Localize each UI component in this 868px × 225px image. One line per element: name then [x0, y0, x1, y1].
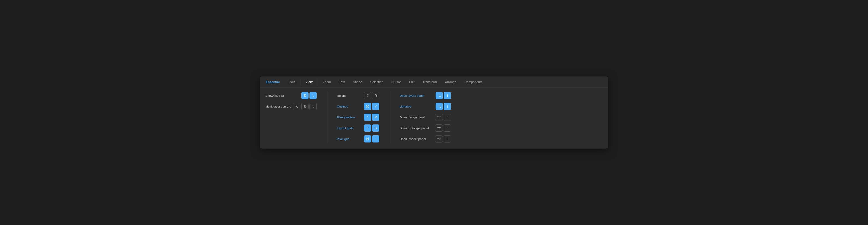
tab-bar: Essential Tools View Zoom Text Shape Sel… [260, 76, 608, 88]
key-9-prototype: 9 [444, 124, 451, 132]
keys-pixel-preview: ^ P [364, 114, 379, 121]
tab-cursor[interactable]: Cursor [387, 78, 405, 86]
tab-transform[interactable]: Transform [418, 78, 441, 86]
key-opt-layers: ⌥ [436, 92, 443, 99]
key-cmd-outlines: ⌘ [364, 103, 371, 110]
keys-layers-panel: ⌥ 1 [436, 92, 451, 99]
tab-shape[interactable]: Shape [349, 78, 366, 86]
row-rulers: Rulers ⇧ R [337, 91, 379, 100]
label-layout-grids: Layout grids [337, 126, 362, 130]
row-libraries: Libraries ⌥ 2 [399, 102, 451, 111]
label-pixel-grid: Pixel grid [337, 137, 362, 141]
row-show-hide-ui: Show/Hide UI ⌘ \ [266, 91, 317, 100]
tab-essential[interactable]: Essential [262, 78, 284, 86]
key-cmd-2: ⌘ [301, 103, 309, 110]
keys-show-hide-ui: ⌘ \ [301, 92, 317, 99]
key-y-outlines: Y [372, 103, 379, 110]
keys-multiplayer-cursors: ⌥ ⌘ \ [293, 103, 317, 110]
col-view-options: Rulers ⇧ R Outlines ⌘ Y Pixel preview ^ [330, 91, 388, 143]
key-0-inspect: 0 [444, 135, 451, 143]
tab-zoom[interactable]: Zoom [319, 78, 335, 86]
key-opt-libraries: ⌥ [436, 103, 443, 110]
key-opt-design: ⌥ [435, 114, 443, 121]
key-1-layers: 1 [444, 92, 451, 99]
row-design-panel: Open design panel ⌥ 8 [399, 113, 451, 121]
keys-outlines: ⌘ Y [364, 103, 379, 110]
row-prototype-panel: Open prototype panel ⌥ 9 [399, 124, 451, 132]
row-layout-grids: Layout grids ^ G [337, 124, 379, 132]
tab-view[interactable]: View [301, 78, 317, 86]
row-pixel-grid: Pixel grid ⌘ ' [337, 135, 379, 143]
keys-inspect-panel: ⌥ 0 [435, 135, 451, 143]
row-outlines: Outlines ⌘ Y [337, 102, 379, 111]
label-libraries: Libraries [399, 105, 434, 108]
tab-tools[interactable]: Tools [284, 78, 299, 86]
key-opt-inspect: ⌥ [435, 135, 443, 143]
label-inspect-panel: Open inspect panel [399, 137, 433, 141]
label-outlines: Outlines [337, 105, 362, 108]
label-multiplayer-cursors: Multiplayer cursors [266, 105, 291, 108]
key-ctrl-pixel: ^ [364, 114, 371, 121]
label-rulers: Rulers [337, 94, 362, 98]
label-show-hide-ui: Show/Hide UI [266, 94, 300, 98]
keys-rulers: ⇧ R [364, 92, 379, 99]
key-r-rulers: R [372, 92, 379, 99]
row-multiplayer-cursors: Multiplayer cursors ⌥ ⌘ \ [266, 102, 317, 111]
key-g-layout: G [372, 124, 379, 132]
keys-libraries: ⌥ 2 [436, 103, 451, 110]
col-divider-1 [328, 91, 328, 143]
col-divider-2 [390, 91, 391, 143]
key-opt-2: ⌥ [293, 103, 301, 110]
label-pixel-preview: Pixel preview [337, 116, 362, 119]
keys-layout-grids: ^ G [364, 124, 379, 132]
row-layers-panel: Open layers panel ⌥ 1 [399, 91, 451, 100]
tab-components[interactable]: Components [460, 78, 487, 86]
tab-arrange[interactable]: Arrange [441, 78, 460, 86]
key-8-design: 8 [444, 114, 451, 121]
keys-pixel-grid: ⌘ ' [364, 135, 379, 143]
row-pixel-preview: Pixel preview ^ P [337, 113, 379, 121]
label-prototype-panel: Open prototype panel [399, 126, 433, 130]
keys-design-panel: ⌥ 8 [435, 114, 451, 121]
menu-container: Essential Tools View Zoom Text Shape Sel… [260, 76, 608, 149]
row-inspect-panel: Open inspect panel ⌥ 0 [399, 135, 451, 143]
col-panels: Open layers panel ⌥ 1 Libraries ⌥ 2 Open… [392, 91, 451, 143]
key-tick-pixel-grid: ' [372, 135, 379, 143]
key-opt-prototype: ⌥ [435, 124, 443, 132]
keys-prototype-panel: ⌥ 9 [435, 124, 451, 132]
key-cmd-1: ⌘ [301, 92, 309, 99]
tab-edit[interactable]: Edit [405, 78, 418, 86]
tab-selection[interactable]: Selection [366, 78, 388, 86]
tab-text[interactable]: Text [335, 78, 349, 86]
key-shift-rulers: ⇧ [364, 92, 371, 99]
tab-separator [300, 79, 301, 85]
key-cmd-pixel-grid: ⌘ [364, 135, 371, 143]
key-backslash-2: \ [309, 103, 317, 110]
key-ctrl-layout: ^ [364, 124, 371, 132]
key-2-libraries: 2 [444, 103, 451, 110]
label-layers-panel: Open layers panel [399, 94, 434, 98]
content-area: Show/Hide UI ⌘ \ Multiplayer cursors ⌥ ⌘… [260, 88, 608, 149]
key-p-pixel: P [372, 114, 379, 121]
label-design-panel: Open design panel [399, 116, 433, 119]
col-show-hide: Show/Hide UI ⌘ \ Multiplayer cursors ⌥ ⌘… [266, 91, 326, 143]
key-backslash-1: \ [309, 92, 317, 99]
